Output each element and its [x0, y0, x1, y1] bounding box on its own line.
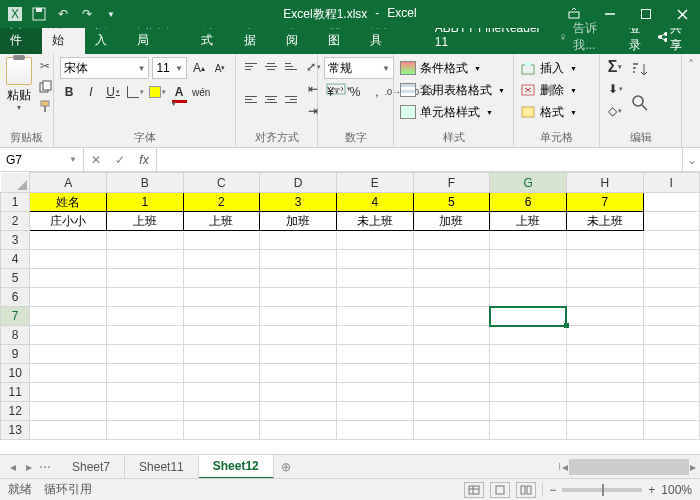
cell[interactable] [643, 193, 699, 212]
cell[interactable] [566, 269, 643, 288]
next-sheet-icon[interactable]: ▸ [22, 460, 36, 474]
row-header[interactable]: 10 [1, 364, 30, 383]
cell[interactable] [183, 326, 260, 345]
cell[interactable] [30, 231, 107, 250]
undo-icon[interactable]: ↶ [54, 5, 72, 23]
cell[interactable]: 3 [260, 193, 337, 212]
cell[interactable] [490, 421, 567, 440]
col-header[interactable]: A [30, 173, 107, 193]
cell[interactable]: 4 [336, 193, 413, 212]
italic-button[interactable]: I [82, 82, 100, 102]
cell[interactable] [566, 345, 643, 364]
cell[interactable] [566, 364, 643, 383]
underline-button[interactable]: U [104, 82, 122, 102]
cell[interactable] [413, 269, 490, 288]
col-header[interactable]: H [566, 173, 643, 193]
cell[interactable] [260, 383, 337, 402]
row-header[interactable]: 2 [1, 212, 30, 231]
cell[interactable] [30, 383, 107, 402]
expand-formula-bar-icon[interactable]: ⌄ [682, 148, 700, 171]
cell[interactable] [106, 402, 183, 421]
cell[interactable] [413, 288, 490, 307]
align-right-icon[interactable] [282, 90, 300, 108]
cell[interactable] [490, 345, 567, 364]
cell[interactable] [490, 231, 567, 250]
cell[interactable] [643, 269, 699, 288]
cell[interactable] [106, 269, 183, 288]
row-header[interactable]: 12 [1, 402, 30, 421]
cancel-formula-icon[interactable]: ✕ [84, 153, 108, 167]
cell[interactable] [413, 307, 490, 326]
cell[interactable] [183, 421, 260, 440]
align-center-icon[interactable] [262, 90, 280, 108]
cell[interactable]: 未上班 [566, 212, 643, 231]
col-header[interactable]: B [106, 173, 183, 193]
cell[interactable] [30, 364, 107, 383]
cell[interactable] [413, 250, 490, 269]
cell[interactable] [566, 421, 643, 440]
sheet-tab[interactable]: Sheet7 [58, 456, 125, 478]
cell[interactable] [106, 421, 183, 440]
cell[interactable] [643, 421, 699, 440]
cell[interactable] [183, 269, 260, 288]
cell[interactable] [336, 402, 413, 421]
cell[interactable] [260, 364, 337, 383]
fill-down-icon[interactable]: ⬇ [606, 79, 624, 99]
row-header[interactable]: 6 [1, 288, 30, 307]
cell[interactable] [490, 288, 567, 307]
cell[interactable] [106, 326, 183, 345]
col-header[interactable]: F [413, 173, 490, 193]
close-icon[interactable] [664, 0, 700, 28]
cell[interactable] [566, 307, 643, 326]
cell[interactable] [643, 231, 699, 250]
worksheet-grid[interactable]: A B C D E F G H I 1 姓名 1 2 3 4 5 6 7 2 庄… [0, 172, 700, 454]
row-header[interactable]: 3 [1, 231, 30, 250]
cell[interactable]: 5 [413, 193, 490, 212]
cell[interactable] [566, 231, 643, 250]
cell[interactable] [490, 250, 567, 269]
redo-icon[interactable]: ↷ [78, 5, 96, 23]
border-button[interactable] [126, 82, 144, 102]
cell[interactable] [490, 269, 567, 288]
cell[interactable] [260, 250, 337, 269]
enter-formula-icon[interactable]: ✓ [108, 153, 132, 167]
save-icon[interactable] [30, 5, 48, 23]
cell[interactable] [336, 269, 413, 288]
sheet-tab[interactable]: Sheet11 [125, 456, 199, 478]
align-middle-icon[interactable] [262, 57, 280, 75]
cell[interactable] [106, 288, 183, 307]
zoom-level[interactable]: 100% [661, 483, 692, 497]
delete-cells-button[interactable]: 删除▼ [520, 79, 593, 101]
row-header[interactable]: 9 [1, 345, 30, 364]
cell[interactable] [566, 326, 643, 345]
cell-styles-button[interactable]: 单元格样式▼ [400, 101, 507, 123]
zoom-in-icon[interactable]: + [648, 483, 655, 497]
cell[interactable] [490, 383, 567, 402]
cell[interactable] [336, 307, 413, 326]
cell[interactable]: 上班 [183, 212, 260, 231]
cell[interactable] [30, 421, 107, 440]
cell[interactable] [336, 364, 413, 383]
cell[interactable] [336, 288, 413, 307]
cell[interactable] [336, 250, 413, 269]
cell[interactable] [643, 383, 699, 402]
copy-icon[interactable] [36, 77, 54, 95]
paste-button[interactable]: 粘贴 ▼ [6, 57, 32, 115]
cell[interactable] [643, 345, 699, 364]
cell[interactable] [30, 326, 107, 345]
row-header[interactable]: 11 [1, 383, 30, 402]
tell-me[interactable]: 告诉我... [573, 20, 615, 54]
cell[interactable] [566, 383, 643, 402]
col-header[interactable]: C [183, 173, 260, 193]
cell[interactable] [566, 250, 643, 269]
maximize-icon[interactable] [628, 0, 664, 28]
format-table-button[interactable]: 套用表格格式▼ [400, 79, 507, 101]
conditional-format-button[interactable]: 条件格式▼ [400, 57, 507, 79]
cell[interactable]: 庄小小 [30, 212, 107, 231]
col-header[interactable]: I [643, 173, 699, 193]
cell[interactable] [106, 250, 183, 269]
cell[interactable] [413, 421, 490, 440]
qat-dropdown-icon[interactable]: ▼ [102, 5, 120, 23]
scroll-left-icon[interactable]: ◂ [562, 460, 568, 474]
cell[interactable] [30, 250, 107, 269]
